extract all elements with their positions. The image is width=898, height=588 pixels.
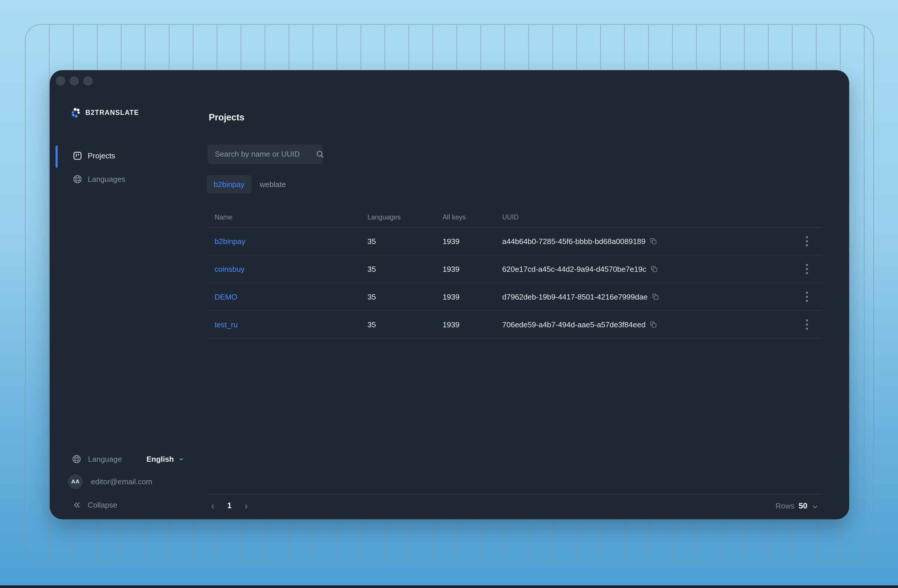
tab-weblate[interactable]: weblate xyxy=(253,175,293,193)
user-email: editor@email.com xyxy=(91,477,152,486)
bottom-strip xyxy=(0,585,898,588)
app-window: B2TRANSLATE Projects xyxy=(50,70,849,519)
globe-icon xyxy=(72,454,81,464)
row-actions-menu-icon[interactable] xyxy=(801,263,813,276)
column-header-uuid: UUID xyxy=(502,213,518,221)
brand: B2TRANSLATE xyxy=(71,107,139,118)
languages-count: 35 xyxy=(368,237,376,246)
avatar: AA xyxy=(68,474,83,489)
table-row: test_ru 35 1939 706ede59-a4b7-494d-aae5-… xyxy=(208,311,823,339)
app-content: B2TRANSLATE Projects xyxy=(50,70,849,509)
user-account-row[interactable]: AA editor@email.com xyxy=(68,474,152,489)
language-selector-row: Language English xyxy=(72,452,185,466)
project-uuid: d7962deb-19b9-4417-8501-4216e7999dae xyxy=(502,292,647,301)
sidebar-item-label: Languages xyxy=(88,175,125,184)
chevron-down-icon[interactable] xyxy=(178,456,185,462)
table-header: Name Languages All keys UUID xyxy=(208,207,823,227)
page-previous-icon[interactable]: ‹ xyxy=(211,500,214,509)
row-actions-menu-icon[interactable] xyxy=(801,318,813,331)
column-header-languages: Languages xyxy=(368,213,401,221)
rows-value: 50 xyxy=(799,500,807,509)
rows-label: Rows xyxy=(775,500,795,509)
collapse-label: Collapse xyxy=(88,500,117,510)
project-link[interactable]: coinsbuy xyxy=(215,264,244,273)
all-keys-count: 1939 xyxy=(443,264,460,273)
double-chevron-left-icon xyxy=(72,500,81,509)
brand-logo-icon xyxy=(71,107,81,118)
languages-count: 35 xyxy=(368,292,376,301)
project-uuid: a44b64b0-7285-45f6-bbbb-bd68a0089189 xyxy=(502,237,646,246)
copy-icon[interactable] xyxy=(650,266,658,273)
projects-board-icon xyxy=(72,151,82,161)
current-page: 1 xyxy=(227,500,232,509)
languages-count: 35 xyxy=(368,320,376,329)
sidebar-item-languages[interactable]: Languages xyxy=(50,167,206,191)
footer-divider xyxy=(208,494,823,494)
search-icon[interactable] xyxy=(316,150,324,159)
collapse-sidebar-button[interactable]: Collapse xyxy=(72,499,117,509)
globe-icon xyxy=(72,174,82,184)
page-next-icon[interactable]: › xyxy=(244,500,248,509)
rows-per-page-select[interactable]: Rows 50 xyxy=(775,500,818,509)
language-label: Language xyxy=(88,455,122,464)
all-keys-count: 1939 xyxy=(443,237,460,246)
search-box xyxy=(208,144,323,164)
project-link[interactable]: DEMO xyxy=(215,292,237,301)
all-keys-count: 1939 xyxy=(443,320,460,329)
project-link[interactable]: test_ru xyxy=(215,320,238,329)
all-keys-count: 1939 xyxy=(443,292,460,301)
tab-b2binpay[interactable]: b2binpay xyxy=(207,175,252,193)
copy-icon[interactable] xyxy=(649,321,657,329)
copy-icon[interactable] xyxy=(649,238,657,245)
table-row: b2binpay 35 1939 a44b64b0-7285-45f6-bbbb… xyxy=(208,228,823,255)
table-row: DEMO 35 1939 d7962deb-19b9-4417-8501-421… xyxy=(208,283,823,311)
row-actions-menu-icon[interactable] xyxy=(801,235,813,248)
brand-name: B2TRANSLATE xyxy=(85,109,139,117)
project-link[interactable]: b2binpay xyxy=(215,237,246,246)
languages-count: 35 xyxy=(368,264,376,273)
page-title: Projects xyxy=(209,112,244,123)
projects-table: Name Languages All keys UUID b2binpay 35… xyxy=(208,207,823,339)
sidebar-item-label: Projects xyxy=(88,151,115,160)
column-header-all-keys: All keys xyxy=(443,213,466,221)
project-uuid: 706ede59-a4b7-494d-aae5-a57de3f84eed xyxy=(502,320,646,329)
column-header-name: Name xyxy=(215,213,232,221)
search-input[interactable] xyxy=(208,144,316,164)
table-row: coinsbuy 35 1939 620e17cd-a45c-44d2-9a94… xyxy=(208,255,823,283)
language-value[interactable]: English xyxy=(146,455,174,464)
project-filter-tabs: b2binpay weblate xyxy=(207,175,293,193)
sidebar-item-projects[interactable]: Projects xyxy=(50,144,206,168)
project-uuid: 620e17cd-a45c-44d2-9a94-d4570be7e19c xyxy=(502,264,646,273)
pagination: ‹ 1 › xyxy=(211,500,248,509)
chevron-down-icon xyxy=(812,503,818,509)
copy-icon[interactable] xyxy=(652,293,659,301)
row-actions-menu-icon[interactable] xyxy=(801,290,813,303)
